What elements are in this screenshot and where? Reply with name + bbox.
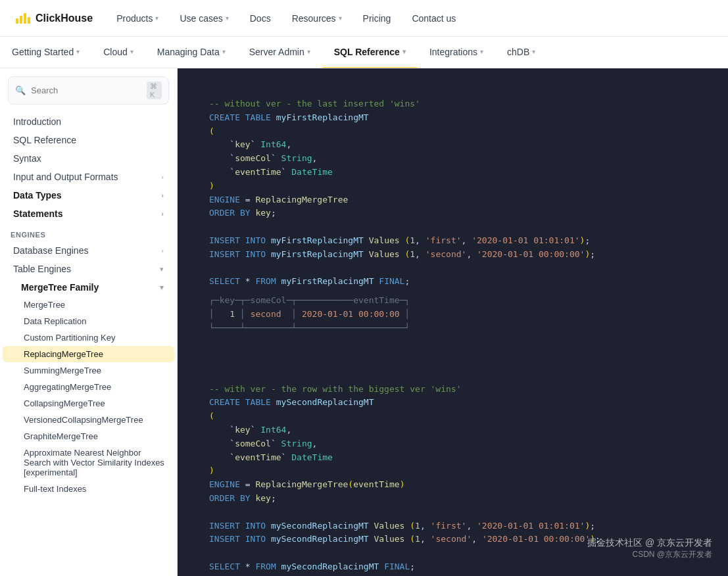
tab-cloud[interactable]: Cloud ▾ (91, 37, 145, 68)
sidebar-database-engines[interactable]: Database Engines › (3, 241, 174, 260)
chevron-down-icon: ▾ (222, 48, 226, 55)
sidebar-collapsing-mergetree[interactable]: CollapsingMergeTree (3, 395, 174, 412)
chevron-down-icon: ▾ (402, 48, 406, 55)
sidebar-data-replication[interactable]: Data Replication (3, 313, 174, 329)
sidebar-graphite-mergetree[interactable]: GraphiteMergeTree (3, 428, 174, 444)
chevron-down-icon: ▾ (339, 14, 342, 22)
chevron-down-icon: ▾ (480, 48, 483, 55)
sidebar-mergetree-family[interactable]: MergeTree Family ▾ (3, 278, 174, 297)
logo-text: ClickHouse (36, 12, 93, 24)
result-table-1: ┌─key─┬─someCol─┬───────────eventTime─┐ … (209, 294, 696, 335)
engines-header: Engines (0, 223, 177, 241)
tab-getting-started[interactable]: Getting Started ▾ (0, 37, 91, 68)
chevron-right-icon: › (161, 210, 164, 218)
chevron-right-icon: › (161, 173, 164, 181)
sidebar-summing-mergetree[interactable]: SummingMergeTree (3, 362, 174, 379)
chevron-down-icon: ▾ (307, 48, 310, 55)
search-box[interactable]: 🔍 ⌘ K (8, 76, 169, 105)
sidebar-mergetree[interactable]: MergeTree (3, 297, 174, 313)
sidebar-data-types[interactable]: Data Types › (3, 186, 174, 204)
search-icon: 🔍 (15, 85, 26, 95)
top-nav: ClickHouse Products ▾ Use cases ▾ Docs R… (0, 0, 728, 37)
nav-usecases-label: Use cases (180, 13, 222, 24)
tab-sql-reference[interactable]: SQL Reference ▾ (322, 37, 418, 68)
sidebar: 🔍 ⌘ K Introduction SQL Reference Syntax … (0, 68, 178, 576)
tab-integrations[interactable]: Integrations ▾ (418, 37, 495, 68)
chevron-down-icon: ▾ (226, 14, 229, 22)
chevron-down-icon: ▾ (160, 283, 164, 292)
sidebar-table-engines[interactable]: Table Engines ▾ (3, 260, 174, 278)
nav-products[interactable]: Products ▾ (109, 9, 166, 28)
sidebar-aggregating-mergetree[interactable]: AggregatingMergeTree (3, 379, 174, 395)
nav-resources[interactable]: Resources ▾ (284, 9, 350, 28)
nav-products-label: Products (116, 13, 153, 24)
sidebar-ann-search[interactable]: Approximate Nearest Neighbor Search with… (3, 444, 174, 481)
sidebar-item-syntax[interactable]: Syntax (3, 149, 174, 168)
nav-contact-label: Contact us (412, 13, 456, 24)
code-block-1: -- without ver - the last inserted 'wins… (193, 84, 712, 348)
sidebar-item-input-output[interactable]: Input and Output Formats › (3, 168, 174, 186)
search-input[interactable] (31, 85, 141, 95)
main-content: -- without ver - the last inserted 'wins… (178, 68, 728, 576)
sidebar-item-sql-reference[interactable]: SQL Reference (3, 131, 174, 149)
chevron-down-icon: ▾ (76, 48, 80, 55)
code-block-2: -- with ver - the row with the biggest v… (193, 370, 712, 576)
comment-2: -- with ver - the row with the biggest v… (209, 384, 462, 394)
chevron-down-icon: ▾ (130, 48, 133, 55)
tab-chdb[interactable]: chDB ▾ (495, 37, 547, 68)
tab-managing-data[interactable]: Managing Data ▾ (145, 37, 237, 68)
nav-docs[interactable]: Docs (242, 9, 279, 28)
nav-usecases[interactable]: Use cases ▾ (172, 9, 236, 28)
nav-pricing-label: Pricing (363, 13, 391, 24)
logo-icon (16, 13, 30, 24)
nav-contact[interactable]: Contact us (404, 9, 464, 28)
chevron-down-icon: ▾ (155, 14, 158, 22)
nav-resources-label: Resources (292, 13, 336, 24)
tab-server-admin[interactable]: Server Admin ▾ (237, 37, 322, 68)
chevron-right-icon: › (161, 191, 164, 199)
nav-docs-label: Docs (250, 13, 271, 24)
sidebar-item-introduction[interactable]: Introduction (3, 112, 174, 131)
comment-1: -- without ver - the last inserted 'wins… (209, 99, 420, 108)
sidebar-replacing-mergetree[interactable]: ReplacingMergeTree (3, 346, 174, 362)
search-shortcut: ⌘ K (147, 82, 162, 99)
layout: 🔍 ⌘ K Introduction SQL Reference Syntax … (0, 68, 728, 576)
chevron-down-icon: ▾ (160, 265, 164, 274)
second-nav: Getting Started ▾ Cloud ▾ Managing Data … (0, 37, 728, 68)
sidebar-custom-partitioning[interactable]: Custom Partitioning Key (3, 329, 174, 346)
sidebar-versioned-collapsing[interactable]: VersionedCollapsingMergeTree (3, 412, 174, 428)
nav-pricing[interactable]: Pricing (355, 9, 399, 28)
chevron-down-icon: ▾ (532, 48, 535, 55)
chevron-right-icon: › (161, 247, 164, 254)
sidebar-statements[interactable]: Statements › (3, 204, 174, 223)
logo[interactable]: ClickHouse (16, 12, 93, 24)
sidebar-fulltext-indexes[interactable]: Full-text Indexes (3, 481, 174, 497)
